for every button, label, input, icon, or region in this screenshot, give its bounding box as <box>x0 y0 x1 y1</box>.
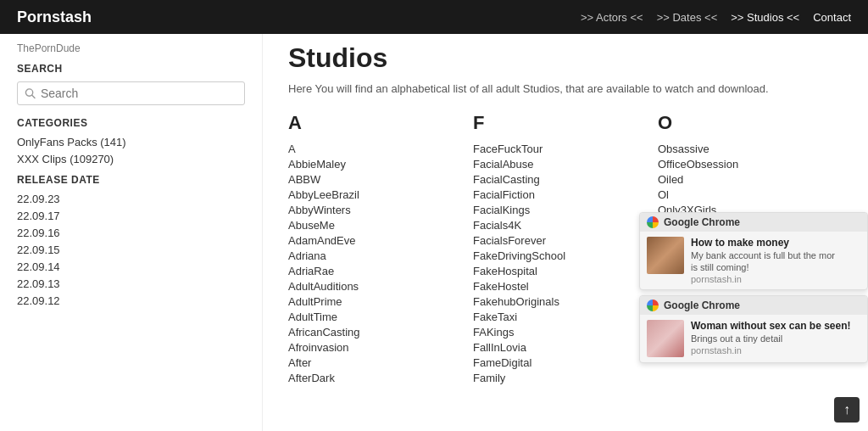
col-o-letter: O <box>658 112 843 134</box>
date-1[interactable]: 22.09.23 <box>17 193 245 205</box>
studio-f-7[interactable]: FakeDrivingSchool <box>473 249 658 262</box>
nav-dates[interactable]: >> Dates << <box>657 11 718 24</box>
studio-a-8[interactable]: AdriaRae <box>288 265 473 277</box>
notification-container: Google Chrome How to make money My bank … <box>639 212 868 368</box>
svg-line-1 <box>32 95 35 98</box>
studio-f-4[interactable]: FacialKings <box>473 204 658 216</box>
chrome-icon-1 <box>647 216 659 228</box>
sidebar-top-link[interactable]: ThePornDude <box>17 42 245 54</box>
col-f: F FaceFuckTour FacialAbuse FacialCasting… <box>473 112 658 387</box>
studio-a-15[interactable]: AfterDark <box>288 372 473 384</box>
search-box[interactable] <box>17 81 245 105</box>
site-logo: Pornstash <box>17 8 92 26</box>
notification-1[interactable]: Google Chrome How to make money My bank … <box>639 212 868 290</box>
category-onlyfans[interactable]: OnlyFans Packs (141) <box>17 136 245 148</box>
studio-a-5[interactable]: AbuseMe <box>288 219 473 232</box>
sidebar: ThePornDude SEARCH CATEGORIES OnlyFans P… <box>0 34 263 431</box>
studio-a-1[interactable]: AbbieMaley <box>288 158 473 171</box>
studio-f-9[interactable]: FakeHostel <box>473 280 658 293</box>
main-content: Studios Here You will find an alphabetic… <box>263 34 868 431</box>
date-5[interactable]: 22.09.14 <box>17 260 245 273</box>
notif-1-body: How to make money My bank account is ful… <box>640 232 867 289</box>
notif-2-source: pornstash.in <box>691 345 860 355</box>
studio-f-13[interactable]: FallInLovia <box>473 341 658 354</box>
page-title: Studios <box>288 42 843 74</box>
notif-2-text: Woman without sex can be seen! Brings ou… <box>691 320 860 357</box>
studio-f-10[interactable]: FakehubOriginals <box>473 295 658 308</box>
categories-title: CATEGORIES <box>17 117 245 129</box>
search-input[interactable] <box>41 87 237 100</box>
studio-f-2[interactable]: FacialCasting <box>473 173 658 186</box>
chrome-icon-2 <box>647 299 659 311</box>
col-a-letter: A <box>288 112 473 134</box>
category-xxx[interactable]: XXX Clips (109270) <box>17 153 245 165</box>
studio-a-3[interactable]: AbbyLeeBrazil <box>288 188 473 201</box>
studio-a-13[interactable]: Afroinvasion <box>288 341 473 354</box>
notif-2-body: Woman without sex can be seen! Brings ou… <box>640 315 867 362</box>
release-date-title: RELEASE DATE <box>17 174 245 186</box>
notif-1-header: Google Chrome <box>640 213 867 232</box>
studio-a-2[interactable]: ABBW <box>288 173 473 186</box>
studio-a-14[interactable]: After <box>288 356 473 369</box>
main-nav: >> Actors << >> Dates << >> Studios << C… <box>581 11 851 24</box>
date-7[interactable]: 22.09.12 <box>17 294 245 307</box>
studio-a-0[interactable]: A <box>288 143 473 155</box>
studio-o-1[interactable]: OfficeObsession <box>658 158 843 171</box>
nav-actors[interactable]: >> Actors << <box>581 11 643 24</box>
notif-2-browser: Google Chrome <box>664 299 740 311</box>
search-section-title: SEARCH <box>17 63 245 75</box>
site-header: Pornstash >> Actors << >> Dates << >> St… <box>0 0 868 34</box>
studio-a-7[interactable]: Adriana <box>288 249 473 262</box>
studio-a-12[interactable]: AfricanCasting <box>288 326 473 339</box>
notification-2[interactable]: Google Chrome Woman without sex can be s… <box>639 295 868 363</box>
studio-f-14[interactable]: FameDigital <box>473 356 658 369</box>
notif-1-text: How to make money My bank account is ful… <box>691 237 860 284</box>
notif-1-image <box>647 237 684 274</box>
studio-a-4[interactable]: AbbyWinters <box>288 204 473 216</box>
notif-1-browser: Google Chrome <box>664 216 740 228</box>
date-6[interactable]: 22.09.13 <box>17 277 245 290</box>
notif-1-body-text2: is still coming! <box>691 262 860 272</box>
notif-1-body-text: My bank account is full but the mor <box>691 250 860 260</box>
page-layout: ThePornDude SEARCH CATEGORIES OnlyFans P… <box>0 34 868 431</box>
studio-f-1[interactable]: FacialAbuse <box>473 158 658 171</box>
studio-a-11[interactable]: AdultTime <box>288 311 473 323</box>
studio-a-10[interactable]: AdultPrime <box>288 295 473 308</box>
page-description: Here You will find an alphabetical list … <box>288 82 843 95</box>
scroll-top-button[interactable]: ↑ <box>834 397 860 423</box>
col-a: A A AbbieMaley ABBW AbbyLeeBrazil AbbyWi… <box>288 112 473 387</box>
notif-2-body-text: Brings out a tiny detail <box>691 333 860 344</box>
studio-f-15[interactable]: Family <box>473 372 658 384</box>
studio-o-0[interactable]: Obsassive <box>658 143 843 155</box>
studio-f-3[interactable]: FacialFiction <box>473 188 658 201</box>
studio-f-5[interactable]: Facials4K <box>473 219 658 232</box>
studio-f-0[interactable]: FaceFuckTour <box>473 143 658 155</box>
notif-1-source: pornstash.in <box>691 274 860 284</box>
search-icon <box>25 87 36 99</box>
studio-f-8[interactable]: FakeHospital <box>473 265 658 277</box>
date-4[interactable]: 22.09.15 <box>17 243 245 256</box>
notif-2-title: Woman without sex can be seen! <box>691 320 860 332</box>
studio-f-6[interactable]: FacialsForever <box>473 234 658 247</box>
notif-1-title: How to make money <box>691 237 860 249</box>
studio-o-3[interactable]: Ol <box>658 188 843 201</box>
studio-a-6[interactable]: AdamAndEve <box>288 234 473 247</box>
notif-2-image <box>647 320 684 357</box>
studio-o-2[interactable]: Oiled <box>658 173 843 186</box>
studio-f-11[interactable]: FakeTaxi <box>473 311 658 323</box>
date-2[interactable]: 22.09.17 <box>17 210 245 222</box>
date-3[interactable]: 22.09.16 <box>17 227 245 239</box>
studio-f-12[interactable]: FAKings <box>473 326 658 339</box>
notif-2-header: Google Chrome <box>640 296 867 315</box>
studio-a-9[interactable]: AdultAuditions <box>288 280 473 293</box>
col-f-letter: F <box>473 112 658 134</box>
nav-contact[interactable]: Contact <box>813 11 851 24</box>
nav-studios[interactable]: >> Studios << <box>731 11 799 24</box>
